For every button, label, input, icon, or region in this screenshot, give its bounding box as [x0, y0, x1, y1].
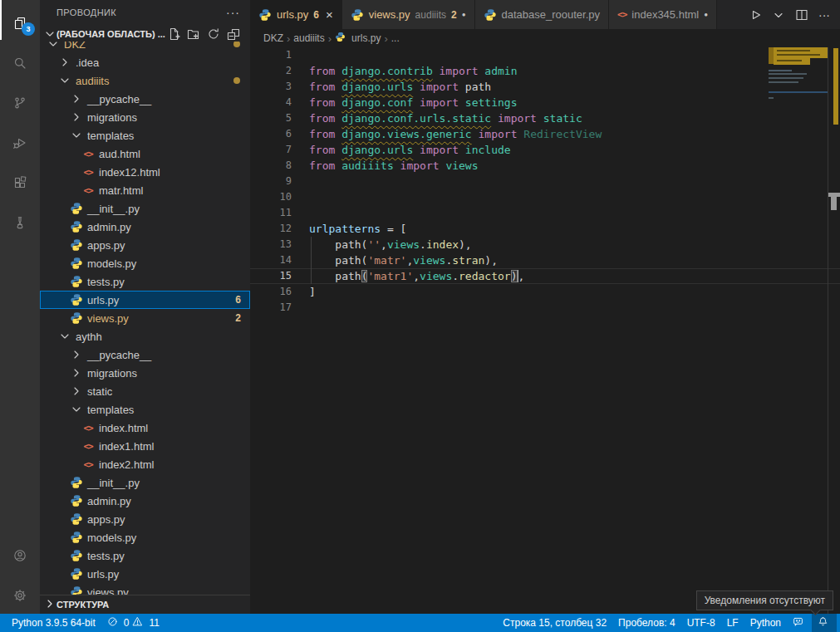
code-token: redactor [459, 270, 511, 282]
tree-item-tests.py[interactable]: tests.py [40, 546, 250, 565]
statusbar-python-version[interactable]: Python 3.9.5 64-bit [6, 614, 101, 632]
more-actions-icon[interactable]: ··· [818, 8, 830, 22]
tree-item-apps.py[interactable]: apps.py [40, 510, 250, 528]
tree-item-index.html[interactable]: <>index.html [40, 419, 250, 437]
code-line-9[interactable]: 9 [250, 174, 840, 189]
tree-item-urls.py[interactable]: urls.py6 [40, 291, 250, 309]
code-line-11[interactable]: 11 [250, 205, 840, 221]
tree-item-aythh[interactable]: aythh [40, 327, 250, 345]
activitybar-item-accounts[interactable] [0, 532, 40, 572]
code-line-2[interactable]: 2from django.contrib import admin [250, 63, 840, 79]
code-line-7[interactable]: 7from django.urls import include [250, 142, 840, 158]
tree-item-__pycache__[interactable]: __pycache__ [40, 90, 250, 108]
new-file-icon[interactable] [167, 27, 180, 41]
tree-item-index2.html[interactable]: <>index2.html [40, 455, 250, 473]
code-line-15[interactable]: 15 path('matr1',views.redactor), [250, 268, 840, 284]
collapse-all-icon[interactable] [227, 27, 240, 41]
breadcrumb-item-audiiits[interactable]: audiiits [293, 32, 324, 44]
activitybar-item-search[interactable] [0, 40, 40, 80]
outline-section-header[interactable]: СТРУКТУРА [40, 595, 250, 614]
code-line-12[interactable]: 12urlpatterns = [ [250, 221, 840, 237]
code-line-16[interactable]: 16] [250, 284, 840, 300]
scrollbar[interactable] [828, 47, 840, 614]
line-content: path('matr',views.stran), [309, 252, 498, 268]
tab-views.py[interactable]: views.pyaudiiits2● [342, 0, 475, 29]
python-file-icon [351, 8, 364, 22]
statusbar-feedback[interactable] [787, 614, 812, 632]
tab-index345.html[interactable]: <>index345.html● [609, 0, 717, 29]
tree-item-models.py[interactable]: models.py [40, 254, 250, 272]
code-line-4[interactable]: 4from django.conf import settings [250, 95, 840, 110]
tab-urls.py[interactable]: urls.py6× [250, 0, 342, 29]
tree-item-label: templates [87, 404, 134, 416]
tree-item-.idea[interactable]: .idea [40, 53, 250, 71]
breadcrumb: DKZ›audiiits›urls.py›... [250, 29, 840, 47]
tree-item-static[interactable]: static [40, 382, 250, 400]
code-line-3[interactable]: 3from django.urls import path [250, 79, 840, 95]
tree-item-__pycache__[interactable]: __pycache__ [40, 345, 250, 364]
code-line-17[interactable]: 17 [250, 300, 840, 316]
code-line-14[interactable]: 14 path('matr',views.stran), [250, 252, 840, 268]
code-line-1[interactable]: 1 [250, 47, 840, 63]
tree-item-__init__.py[interactable]: __init__.py [40, 199, 250, 218]
close-icon[interactable]: × [326, 8, 333, 21]
activitybar-item-settings[interactable] [0, 572, 40, 612]
tree-item-tests.py[interactable]: tests.py [40, 272, 250, 291]
tree-item-admin.py[interactable]: admin.py [40, 218, 250, 236]
statusbar-language-mode[interactable]: Python [744, 614, 787, 632]
split-editor-icon[interactable] [795, 8, 808, 22]
statusbar-label: Python 3.9.5 64-bit [12, 617, 96, 629]
tree-item-audiiits[interactable]: audiiits [40, 71, 250, 90]
statusbar-encoding[interactable]: UTF-8 [681, 614, 721, 632]
activitybar-item-explorer[interactable]: 3 [0, 0, 40, 40]
workspace-section-header[interactable]: (РАБОЧАЯ ОБЛАСТЬ) ... [40, 25, 250, 43]
statusbar-notifications[interactable] [812, 614, 837, 632]
line-content: urlpatterns = [ [309, 221, 406, 237]
statusbar-cursor-position[interactable]: Строка 15, столбец 32 [497, 614, 612, 632]
tree-item-aud.html[interactable]: <>aud.html [40, 145, 250, 163]
breadcrumb-item-urls.py[interactable]: urls.py [335, 32, 381, 45]
tree-item-matr.html[interactable]: <>matr.html [40, 181, 250, 199]
code-line-8[interactable]: 8from audiiits import views [250, 158, 840, 174]
tree-item-models.py[interactable]: models.py [40, 528, 250, 546]
tree-item-apps.py[interactable]: apps.py [40, 236, 250, 254]
run-dropdown-icon[interactable] [772, 8, 785, 22]
tab-database_roouter.py[interactable]: database_roouter.py [475, 0, 610, 29]
tree-item-index1.html[interactable]: <>index1.html [40, 437, 250, 455]
outline-section-label: СТРУКТУРА [56, 600, 109, 610]
activitybar-item-run-debug[interactable] [0, 120, 40, 159]
statusbar-problems[interactable]: 011 [101, 614, 165, 632]
code-line-6[interactable]: 6from django.views.generic import Redire… [250, 126, 840, 142]
tree-item-__init__.py[interactable]: __init__.py [40, 473, 250, 492]
tree-item-templates[interactable]: templates [40, 400, 250, 419]
tree-item-migrations[interactable]: migrations [40, 108, 250, 126]
code-token: import [420, 144, 459, 156]
breadcrumb-item-...[interactable]: ... [391, 32, 400, 44]
tree-item-migrations[interactable]: migrations [40, 364, 250, 382]
statusbar-eol[interactable]: LF [721, 614, 744, 632]
tree-item-templates[interactable]: templates [40, 126, 250, 145]
tree-item-views.py[interactable]: views.py2 [40, 309, 250, 327]
tree-item-views.py[interactable]: views.py [40, 583, 250, 595]
code-line-10[interactable]: 10 [250, 189, 840, 205]
tree-item-DKZ[interactable]: DKZ [40, 42, 250, 53]
code-line-13[interactable]: 13 path('',views.index), [250, 237, 840, 252]
tree-item-urls.py[interactable]: urls.py [40, 565, 250, 583]
statusbar-indentation[interactable]: Пробелов: 4 [612, 614, 681, 632]
tree-item-admin.py[interactable]: admin.py [40, 492, 250, 510]
minimap[interactable] [769, 47, 828, 614]
run-icon[interactable] [749, 8, 762, 22]
more-actions-icon[interactable]: ··· [226, 6, 240, 19]
modified-dot-icon[interactable]: ● [462, 11, 466, 18]
refresh-icon[interactable] [207, 27, 220, 41]
code-editor[interactable]: 12from django.contrib import admin3from … [250, 47, 840, 614]
modified-dot-icon[interactable]: ● [704, 11, 708, 18]
tree-item-index12.html[interactable]: <>index12.html [40, 163, 250, 181]
tab-problems-badge: 2 [451, 9, 457, 21]
new-folder-icon[interactable] [187, 27, 200, 41]
code-line-5[interactable]: 5from django.conf.urls.static import sta… [250, 110, 840, 126]
activitybar-item-extensions[interactable] [0, 159, 40, 199]
activitybar-item-testing[interactable] [0, 199, 40, 239]
activitybar-item-source-control[interactable] [0, 80, 40, 120]
breadcrumb-item-DKZ[interactable]: DKZ [263, 32, 283, 44]
